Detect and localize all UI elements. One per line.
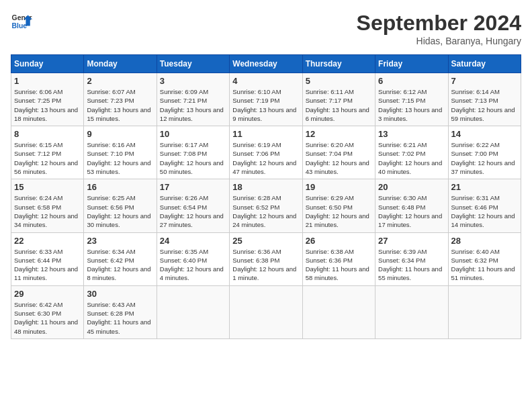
calendar-cell: 3Sunrise: 6:09 AMSunset: 7:21 PMDaylight… [157,73,229,126]
calendar-cell: 14Sunrise: 6:22 AMSunset: 7:00 PMDayligh… [448,126,521,179]
day-detail: Sunrise: 6:16 AMSunset: 7:10 PMDaylight:… [87,140,153,176]
calendar-week-row: 22Sunrise: 6:33 AMSunset: 6:44 PMDayligh… [11,232,521,285]
header-day-wednesday: Wednesday [230,55,302,73]
day-number: 28 [451,236,518,246]
location-title: Hidas, Baranya, Hungary [357,36,521,46]
calendar-week-row: 1Sunrise: 6:06 AMSunset: 7:25 PMDaylight… [11,73,521,126]
day-detail: Sunrise: 6:28 AMSunset: 6:52 PMDaylight:… [232,193,299,229]
header-day-thursday: Thursday [302,55,375,73]
day-detail: Sunrise: 6:40 AMSunset: 6:32 PMDaylight:… [451,247,518,283]
calendar-header-row: SundayMondayTuesdayWednesdayThursdayFrid… [11,55,521,73]
calendar-cell: 20Sunrise: 6:30 AMSunset: 6:48 PMDayligh… [375,179,448,232]
day-detail: Sunrise: 6:11 AMSunset: 7:17 PMDaylight:… [306,87,372,123]
day-number: 7 [451,76,518,86]
calendar-cell: 21Sunrise: 6:31 AMSunset: 6:46 PMDayligh… [448,179,521,232]
day-number: 10 [160,129,226,139]
day-detail: Sunrise: 6:39 AMSunset: 6:34 PMDaylight:… [378,247,445,283]
day-detail: Sunrise: 6:21 AMSunset: 7:02 PMDaylight:… [378,140,445,176]
header-day-friday: Friday [375,55,448,73]
calendar-cell: 9Sunrise: 6:16 AMSunset: 7:10 PMDaylight… [84,126,157,179]
day-number: 22 [14,236,81,246]
calendar-cell: 25Sunrise: 6:36 AMSunset: 6:38 PMDayligh… [230,232,302,285]
header-day-tuesday: Tuesday [157,55,229,73]
calendar-cell: 8Sunrise: 6:15 AMSunset: 7:12 PMDaylight… [11,126,84,179]
calendar-cell: 29Sunrise: 6:42 AMSunset: 6:30 PMDayligh… [11,285,84,338]
calendar-cell: 27Sunrise: 6:39 AMSunset: 6:34 PMDayligh… [375,232,448,285]
day-number: 23 [87,236,153,246]
day-number: 29 [14,289,81,299]
calendar-week-row: 29Sunrise: 6:42 AMSunset: 6:30 PMDayligh… [11,285,521,338]
calendar-cell [230,285,302,338]
day-detail: Sunrise: 6:10 AMSunset: 7:19 PMDaylight:… [232,87,299,123]
calendar-cell: 19Sunrise: 6:29 AMSunset: 6:50 PMDayligh… [302,179,375,232]
calendar-cell: 18Sunrise: 6:28 AMSunset: 6:52 PMDayligh… [230,179,302,232]
calendar-cell [302,285,375,338]
calendar-cell: 23Sunrise: 6:34 AMSunset: 6:42 PMDayligh… [84,232,157,285]
day-detail: Sunrise: 6:24 AMSunset: 6:58 PMDaylight:… [14,193,81,229]
header-day-saturday: Saturday [448,55,521,73]
day-detail: Sunrise: 6:22 AMSunset: 7:00 PMDaylight:… [451,140,518,176]
calendar-body: 1Sunrise: 6:06 AMSunset: 7:25 PMDaylight… [11,73,521,339]
calendar-cell: 17Sunrise: 6:26 AMSunset: 6:54 PMDayligh… [157,179,229,232]
calendar-cell: 5Sunrise: 6:11 AMSunset: 7:17 PMDaylight… [302,73,375,126]
day-number: 1 [14,76,81,86]
day-detail: Sunrise: 6:26 AMSunset: 6:54 PMDaylight:… [160,193,226,229]
day-detail: Sunrise: 6:43 AMSunset: 6:28 PMDaylight:… [87,300,153,336]
day-number: 21 [451,182,518,192]
calendar-cell: 28Sunrise: 6:40 AMSunset: 6:32 PMDayligh… [448,232,521,285]
day-number: 8 [14,129,81,139]
day-detail: Sunrise: 6:36 AMSunset: 6:38 PMDaylight:… [232,247,299,283]
calendar-cell: 4Sunrise: 6:10 AMSunset: 7:19 PMDaylight… [230,73,302,126]
logo-icon: General Blue [11,11,32,32]
day-number: 25 [232,236,299,246]
day-detail: Sunrise: 6:25 AMSunset: 6:56 PMDaylight:… [87,193,153,229]
day-detail: Sunrise: 6:14 AMSunset: 7:13 PMDaylight:… [451,87,518,123]
calendar-week-row: 15Sunrise: 6:24 AMSunset: 6:58 PMDayligh… [11,179,521,232]
day-detail: Sunrise: 6:19 AMSunset: 7:06 PMDaylight:… [232,140,299,176]
day-number: 4 [232,76,299,86]
day-number: 9 [87,129,153,139]
day-detail: Sunrise: 6:38 AMSunset: 6:36 PMDaylight:… [306,247,372,283]
calendar-cell: 10Sunrise: 6:17 AMSunset: 7:08 PMDayligh… [157,126,229,179]
day-detail: Sunrise: 6:20 AMSunset: 7:04 PMDaylight:… [306,140,372,176]
day-number: 26 [306,236,372,246]
day-number: 13 [378,129,445,139]
day-number: 20 [378,182,445,192]
calendar-cell: 1Sunrise: 6:06 AMSunset: 7:25 PMDaylight… [11,73,84,126]
calendar-cell: 22Sunrise: 6:33 AMSunset: 6:44 PMDayligh… [11,232,84,285]
calendar-week-row: 8Sunrise: 6:15 AMSunset: 7:12 PMDaylight… [11,126,521,179]
calendar-cell: 26Sunrise: 6:38 AMSunset: 6:36 PMDayligh… [302,232,375,285]
day-detail: Sunrise: 6:12 AMSunset: 7:15 PMDaylight:… [378,87,445,123]
day-detail: Sunrise: 6:42 AMSunset: 6:30 PMDaylight:… [14,300,81,336]
day-detail: Sunrise: 6:31 AMSunset: 6:46 PMDaylight:… [451,193,518,229]
calendar-cell: 13Sunrise: 6:21 AMSunset: 7:02 PMDayligh… [375,126,448,179]
day-number: 5 [306,76,372,86]
calendar-cell: 11Sunrise: 6:19 AMSunset: 7:06 PMDayligh… [230,126,302,179]
day-number: 15 [14,182,81,192]
day-number: 11 [232,129,299,139]
calendar-cell: 24Sunrise: 6:35 AMSunset: 6:40 PMDayligh… [157,232,229,285]
day-number: 14 [451,129,518,139]
month-title: September 2024 [357,11,521,36]
day-detail: Sunrise: 6:09 AMSunset: 7:21 PMDaylight:… [160,87,226,123]
calendar-table: SundayMondayTuesdayWednesdayThursdayFrid… [11,54,521,339]
calendar-cell: 30Sunrise: 6:43 AMSunset: 6:28 PMDayligh… [84,285,157,338]
day-detail: Sunrise: 6:15 AMSunset: 7:12 PMDaylight:… [14,140,81,176]
calendar-cell: 16Sunrise: 6:25 AMSunset: 6:56 PMDayligh… [84,179,157,232]
calendar-cell: 6Sunrise: 6:12 AMSunset: 7:15 PMDaylight… [375,73,448,126]
day-detail: Sunrise: 6:29 AMSunset: 6:50 PMDaylight:… [306,193,372,229]
day-number: 12 [306,129,372,139]
day-number: 17 [160,182,226,192]
calendar-cell: 12Sunrise: 6:20 AMSunset: 7:04 PMDayligh… [302,126,375,179]
day-number: 19 [306,182,372,192]
calendar-cell [375,285,448,338]
day-number: 30 [87,289,153,299]
calendar-cell: 7Sunrise: 6:14 AMSunset: 7:13 PMDaylight… [448,73,521,126]
day-detail: Sunrise: 6:34 AMSunset: 6:42 PMDaylight:… [87,247,153,283]
svg-text:Blue: Blue [12,22,28,30]
day-number: 6 [378,76,445,86]
calendar-cell: 2Sunrise: 6:07 AMSunset: 7:23 PMDaylight… [84,73,157,126]
day-detail: Sunrise: 6:33 AMSunset: 6:44 PMDaylight:… [14,247,81,283]
calendar-cell [157,285,229,338]
day-detail: Sunrise: 6:35 AMSunset: 6:40 PMDaylight:… [160,247,226,283]
